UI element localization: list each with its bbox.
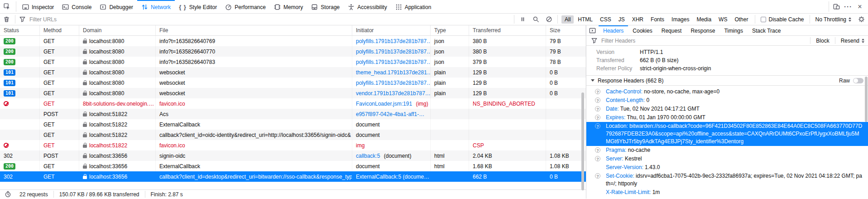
tab-console[interactable]: Console xyxy=(58,0,96,13)
column-header-size[interactable]: Size xyxy=(546,25,586,35)
cell-initiator: polyfills.1791b137de281b787… xyxy=(352,46,431,57)
table-row[interactable]: 101GETlocalhost:8080websockettheme_head.… xyxy=(0,67,586,78)
split-console-toggle-button[interactable] xyxy=(586,25,599,35)
tab-performance[interactable]: Performance xyxy=(221,0,270,13)
resend-button[interactable]: Resend xyxy=(837,36,868,45)
domain-text: localhost:8080 xyxy=(89,49,124,55)
table-row[interactable]: 101GETlocalhost:8080websocketpolyfills.1… xyxy=(0,78,586,88)
table-row[interactable]: 302GETlocalhost:33656callback?client_id=… xyxy=(0,171,586,182)
type-filter-ws[interactable]: WS xyxy=(715,15,730,24)
type-filter-fonts[interactable]: Fonts xyxy=(647,15,667,24)
response-header-row[interactable]: ?Server Kestrel xyxy=(586,155,868,163)
type-filter-other[interactable]: Other xyxy=(731,15,751,24)
table-row[interactable]: 101GETlocalhost:8080websocketvendor.1791… xyxy=(0,88,586,98)
more-button[interactable]: ··· xyxy=(843,1,854,12)
initiator-part[interactable]: polyfills.1791b137de281b787… xyxy=(356,80,431,86)
network-settings-button[interactable] xyxy=(855,14,868,25)
table-row[interactable]: GETlocalhost:51822favicon.icoimgCSP xyxy=(0,140,586,150)
initiator-part[interactable]: polyfills.1791b137de281b787… xyxy=(356,59,431,65)
table-row[interactable]: GETlocalhost:51822ExternalCallbackdocume… xyxy=(0,119,586,130)
type-filter-all[interactable]: All xyxy=(561,15,574,24)
table-row[interactable]: GET8bit-solutions-dev.onelogin.…favicon.… xyxy=(0,98,586,109)
column-header-file[interactable]: File xyxy=(156,25,352,35)
summary-value: 662 B (0 B size) xyxy=(640,57,678,64)
column-header-type[interactable]: Type xyxy=(431,25,469,35)
block-requests-button[interactable] xyxy=(542,14,556,25)
type-filter-html[interactable]: HTML xyxy=(575,15,596,24)
detail-tab-request[interactable]: Request xyxy=(657,25,686,35)
detail-tab-cookies[interactable]: Cookies xyxy=(628,25,657,35)
detail-tab-stack-trace[interactable]: Stack Trace xyxy=(748,25,785,35)
help-icon[interactable]: ? xyxy=(595,89,600,94)
response-header-row[interactable]: ?Date Tue, 02 Nov 2021 04:17:21 GMT xyxy=(586,105,868,113)
tab-debugger[interactable]: Debugger xyxy=(96,0,137,13)
type-filter-js[interactable]: JS xyxy=(615,15,628,24)
request-list-scrollbar-thumb[interactable] xyxy=(581,92,584,190)
initiator-part[interactable]: theme_head.1791b137de281… xyxy=(356,69,431,76)
initiator-part[interactable]: e957f897-042e-4ba1-aff1-… xyxy=(356,111,424,117)
tab-network[interactable]: Network xyxy=(137,0,175,13)
tab-application[interactable]: Application xyxy=(391,0,436,13)
pick-element-button[interactable] xyxy=(0,0,14,13)
help-icon[interactable]: ? xyxy=(595,106,600,112)
column-header-status[interactable]: Status xyxy=(0,25,40,35)
initiator-part[interactable]: vendor.1791b137de281b787… xyxy=(356,90,431,97)
detail-tab-headers[interactable]: Headers xyxy=(599,25,628,35)
help-icon[interactable]: ? xyxy=(595,115,600,120)
filter-headers-input[interactable] xyxy=(600,37,808,44)
response-header-row[interactable]: ?Cache-Control no-store, no-cache, max-a… xyxy=(586,87,868,96)
initiator-part[interactable]: polyfills.1791b137de281b787… xyxy=(356,49,431,55)
responsive-button[interactable] xyxy=(831,1,842,12)
table-row[interactable]: 200GETlocalhost:8080info?t=1635826640770… xyxy=(0,46,586,57)
initiator-part[interactable]: polyfills.1791b137de281b787… xyxy=(356,38,431,44)
table-row[interactable]: 302POSTlocalhost:33656signin-oidccallbac… xyxy=(0,150,586,161)
disable-cache-checkbox[interactable] xyxy=(761,17,766,22)
raw-toggle-switch[interactable] xyxy=(853,78,863,83)
cell-method: GET xyxy=(40,67,79,78)
tab-inspector[interactable]: Inspector xyxy=(18,0,58,13)
initiator-part[interactable]: FaviconLoader.jsm:191 xyxy=(356,101,412,107)
detail-tab-timings[interactable]: Timings xyxy=(719,25,748,35)
response-header-row[interactable]: Server-Version 1.43.0 xyxy=(586,163,868,172)
close-button[interactable]: × xyxy=(854,1,865,12)
help-icon[interactable]: ? xyxy=(595,173,600,179)
response-header-row[interactable]: ?Content-Length 0 xyxy=(586,96,868,105)
response-header-row[interactable]: ?Set-Cookie idsrv=adf6cba1-7075-402b-9ec… xyxy=(586,172,868,188)
table-row[interactable]: 200GETlocalhost:8080info?t=1635826640783… xyxy=(0,57,586,67)
type-filter-media[interactable]: Media xyxy=(693,15,715,24)
detail-scrollbar-thumb[interactable] xyxy=(865,77,868,122)
search-button[interactable] xyxy=(529,14,542,25)
help-icon[interactable]: ? xyxy=(595,147,600,153)
response-header-row[interactable]: ?Pragma no-cache xyxy=(586,146,868,155)
response-header-row[interactable]: X-Rate-Limit-Limit 1m xyxy=(586,188,868,197)
table-row[interactable]: POSTlocalhost:51822Acse957f897-042e-4ba1… xyxy=(0,109,586,119)
column-header-domain[interactable]: Domain xyxy=(79,25,156,35)
help-icon[interactable]: ? xyxy=(595,123,600,129)
throttling-dropdown[interactable]: No Throttling xyxy=(812,16,855,23)
table-row[interactable]: 200GETlocalhost:33656ExternalCallbackdoc… xyxy=(0,161,586,171)
table-row[interactable]: 200GETlocalhost:8080info?t=1635826640769… xyxy=(0,36,586,46)
response-header-row[interactable]: ?Location bitwarden://sso-callback?code=… xyxy=(586,122,868,146)
tab-memory[interactable]: Memory xyxy=(270,0,307,13)
clear-requests-button[interactable] xyxy=(0,14,13,25)
type-filter-css[interactable]: CSS xyxy=(597,15,614,24)
help-icon[interactable]: ? xyxy=(595,156,600,161)
tab-style-editor[interactable]: { }Style Editor xyxy=(175,0,221,13)
response-header-row[interactable]: ?Expires Thu, 01 Jan 1970 00:00:00 GMT xyxy=(586,113,868,122)
filter-urls-input[interactable] xyxy=(29,16,512,23)
response-headers-section-header[interactable]: Response Headers (662 B) Raw xyxy=(586,75,868,86)
column-header-method[interactable]: Method xyxy=(40,25,79,35)
initiator-part[interactable]: callback:5 xyxy=(356,153,380,159)
help-icon[interactable]: ? xyxy=(595,97,600,103)
column-header-transferred[interactable]: Transferred xyxy=(469,25,546,35)
tab-storage[interactable]: Storage xyxy=(307,0,344,13)
tab-accessibility[interactable]: Accessibility xyxy=(344,0,391,13)
table-row[interactable]: GETlocalhost:51822callback?client_id=oid… xyxy=(0,130,586,140)
type-filter-xhr[interactable]: XHR xyxy=(629,15,647,24)
column-header-initiator[interactable]: Initiator xyxy=(352,25,431,35)
disable-cache-control[interactable]: Disable Cache xyxy=(757,16,807,23)
pause-traffic-button[interactable] xyxy=(516,14,529,25)
type-filter-images[interactable]: Images xyxy=(668,15,692,24)
block-url-button[interactable]: Block xyxy=(812,36,833,45)
detail-tab-response[interactable]: Response xyxy=(686,25,719,35)
